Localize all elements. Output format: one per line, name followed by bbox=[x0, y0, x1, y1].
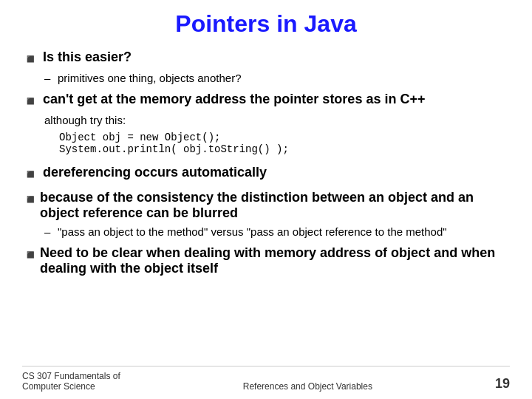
bullet-4: ◾ because of the consistency the distinc… bbox=[22, 190, 510, 221]
footer-left-line2: Computer Science bbox=[22, 381, 120, 392]
bullet-1-icon: ◾ bbox=[22, 51, 38, 67]
footer-center: References and Object Variables bbox=[243, 381, 372, 392]
bullet-2-text: can't get at the memory address the poin… bbox=[43, 92, 425, 107]
content: ◾ Is this easier? – primitives one thing… bbox=[22, 45, 510, 363]
code-line-1: Object obj = new Object(); bbox=[59, 132, 510, 143]
bullet-3: ◾ dereferencing occurs automatically bbox=[22, 165, 510, 183]
bullet-4-text: because of the consistency the distincti… bbox=[40, 190, 510, 221]
bullet-1-sub-1-text: primitives one thing, objects another? bbox=[58, 72, 241, 84]
footer-left-line1: CS 307 Fundamentals of bbox=[22, 371, 120, 381]
footer-page: 19 bbox=[495, 376, 510, 392]
bullet-5-icon: ◾ bbox=[22, 247, 35, 263]
slide: Pointers in Java ◾ Is this easier? – pri… bbox=[0, 0, 532, 399]
bullet-2: ◾ can't get at the memory address the po… bbox=[22, 92, 510, 109]
bullet-1-sub-1-dash: – bbox=[44, 72, 53, 84]
bullet-3-text: dereferencing occurs automatically bbox=[43, 165, 267, 180]
bullet-5: ◾ Need to be clear when dealing with mem… bbox=[22, 245, 510, 276]
bullet-4-sub-1-text: "pass an object to the method" versus "p… bbox=[58, 225, 447, 238]
bullet-3-icon: ◾ bbox=[22, 166, 38, 183]
code-line-2: System.out.println( obj.toString() ); bbox=[59, 143, 510, 155]
bullet-1-text: Is this easier? bbox=[43, 50, 132, 65]
bullet-1: ◾ Is this easier? bbox=[22, 50, 510, 67]
bullet-2-icon: ◾ bbox=[22, 93, 38, 109]
bullet-4-sub-1: – "pass an object to the method" versus … bbox=[44, 225, 510, 238]
bullet-4-sub-1-dash: – bbox=[44, 225, 53, 238]
bullet-5-text: Need to be clear when dealing with memor… bbox=[40, 245, 510, 276]
bullet-2-code: Object obj = new Object(); System.out.pr… bbox=[59, 132, 510, 155]
slide-title: Pointers in Java bbox=[22, 7, 510, 38]
bullet-1-sub-1: – primitives one thing, objects another? bbox=[44, 72, 510, 84]
footer-left: CS 307 Fundamentals of Computer Science bbox=[22, 371, 120, 392]
bullet-2-although: although try this: bbox=[44, 114, 510, 126]
footer: CS 307 Fundamentals of Computer Science … bbox=[22, 366, 510, 392]
bullet-4-icon: ◾ bbox=[22, 191, 35, 208]
